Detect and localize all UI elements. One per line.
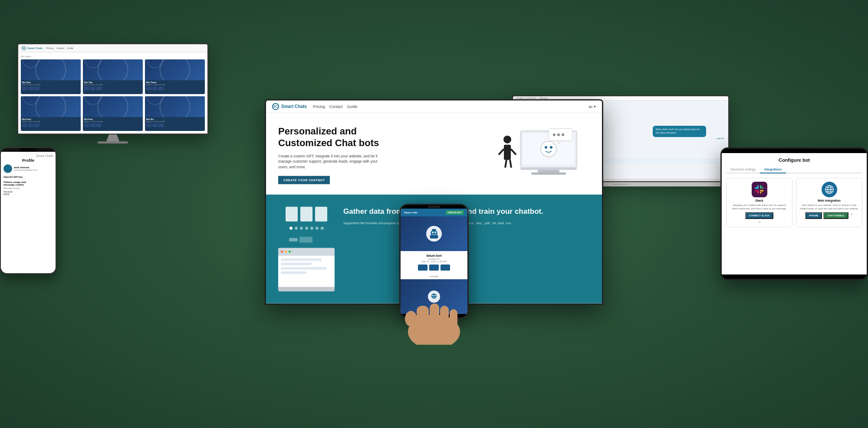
bot-5-btn-3[interactable]: [96, 124, 102, 127]
bot-card-3-info: Bot Three August 2, 2024 6:11 PM: [145, 80, 205, 91]
bottom-illustration: [278, 206, 335, 291]
svg-rect-17: [538, 170, 559, 172]
tab-document-settings[interactable]: Document settings: [726, 166, 760, 173]
svg-rect-18: [531, 172, 566, 174]
nav-guide[interactable]: Guide: [347, 104, 357, 108]
phone-center: blaze code CREATE BOT bla: [399, 204, 469, 319]
imac-stand: [106, 134, 119, 141]
web-integration-buttons: IFRAME CHAT BUBBLE ⚙: [805, 212, 853, 219]
bot-card-2[interactable]: Bot Two July 21, 2024 12:56 PM: [83, 59, 143, 94]
create-chatbot-button[interactable]: CREATE YOUR CHATBOT: [278, 176, 330, 184]
hero-illustration: [494, 126, 590, 183]
smart-chats-label: Smart Chats: [3, 154, 53, 157]
phone-left-device: Smart Chats Profile amit sharma amitshar…: [0, 147, 56, 274]
web-settings-icon[interactable]: ⚙: [850, 212, 853, 219]
imac-logo: SC Smart Chats: [22, 46, 43, 50]
bot-1-btn-3[interactable]: [34, 87, 39, 90]
bot-action-2[interactable]: [429, 265, 439, 271]
bot-3-btn-2[interactable]: [152, 87, 158, 90]
bot-3-btn-1[interactable]: [146, 87, 151, 90]
web-integration-desc: Add chatbot to your website. Click on if…: [800, 204, 858, 210]
create-bot-button[interactable]: CREATE BOT: [446, 210, 464, 215]
bot-3-actions: [146, 87, 204, 90]
user-avatar: [3, 164, 12, 173]
slack-integration-card: Slack Integrate your chatbot with Slack,…: [726, 178, 792, 227]
connect-slack-button[interactable]: CONNECT SLACK: [745, 212, 774, 219]
bot-4-btn-1[interactable]: [22, 124, 27, 127]
tablet-top-bar: [722, 149, 867, 153]
svg-point-23: [434, 232, 436, 233]
nav-contact[interactable]: Contact: [329, 104, 342, 108]
carousel-dots: [289, 226, 324, 229]
bots-grid: Bot One July 21, 2024 11:26 PM Bot Two J…: [21, 59, 205, 131]
bot-2-actions: [84, 87, 141, 90]
bot-2-btn-1[interactable]: [84, 87, 89, 90]
bot-6-actions: [146, 124, 204, 127]
bot-5-btn-2[interactable]: [90, 124, 95, 127]
bot-1-btn-1[interactable]: [22, 87, 27, 90]
blaze-code-label: blaze code: [404, 211, 418, 214]
slack-icon: [752, 182, 767, 197]
bot-4-actions: [22, 124, 79, 127]
bot-card-5-image: [83, 96, 143, 117]
imac-contact[interactable]: Contact: [56, 47, 64, 49]
bot-2-btn-2[interactable]: [90, 87, 95, 90]
bot-card-4-info: Bot Four July 21, 2024 12:50 PM: [21, 117, 81, 128]
imac-pricing[interactable]: Pricing: [46, 47, 53, 49]
bot-6-date: August 2, 2024 6:29 PM: [146, 121, 204, 123]
imac-base: [98, 141, 128, 144]
bot-6-btn-3[interactable]: [158, 124, 164, 127]
doc-icon-3: [315, 206, 327, 221]
dot-2: [295, 226, 298, 229]
svg-rect-26: [430, 235, 438, 239]
monitor-hero: Personalized andCustomized Chat bots Cre…: [266, 113, 602, 194]
bot-5-btn-1[interactable]: [84, 124, 89, 127]
phone-top-bar: blaze code CREATE BOT: [401, 209, 467, 216]
hero-subtitle: Create a custom GPT, integrate it into y…: [278, 153, 382, 170]
bot-6-btn-2[interactable]: [152, 124, 158, 127]
bot-2-btn-3[interactable]: [96, 87, 102, 90]
bot-4-btn-2[interactable]: [28, 124, 33, 127]
imac-logo-icon: SC: [22, 46, 26, 50]
monitor-nav-links: Pricing Contact Guide: [313, 104, 358, 108]
bot-3-btn-3[interactable]: [158, 87, 164, 90]
bot-card-4[interactable]: Bot Four July 21, 2024 12:50 PM: [21, 96, 81, 131]
iframe-button[interactable]: IFRAME: [805, 212, 822, 219]
hero-title: Personalized andCustomized Chat bots: [278, 125, 494, 149]
bot-1-date: July 21, 2024 11:26 PM: [22, 84, 79, 86]
bot-4-btn-3[interactable]: [34, 124, 39, 127]
bot-card-6-image: [145, 96, 205, 117]
bot-card-5[interactable]: Bot Five August 1, 2024 5:00 PM: [83, 96, 143, 131]
bot-2-date: July 21, 2024 12:56 PM: [84, 84, 141, 86]
chat-bubble-button[interactable]: CHAT BUBBLE: [823, 212, 848, 219]
bot-1-btn-2[interactable]: [28, 87, 33, 90]
bot-card-3[interactable]: Bot Three August 2, 2024 6:11 PM: [145, 59, 205, 94]
monitor-user-menu[interactable]: ac ▾: [589, 104, 596, 108]
dot-3: [300, 226, 303, 229]
slack-desc: Integrate your chatbot with Slack, set i…: [730, 204, 789, 210]
bot-card-6[interactable]: Bot Six August 2, 2024 6:29 PM: [145, 96, 205, 131]
bot-action-1[interactable]: [418, 265, 427, 271]
api-key-label: OpenAI API key: [3, 176, 53, 178]
imac-brand: Smart Chats: [27, 47, 43, 49]
bot-card-1-image: [21, 59, 81, 80]
integrations-grid: Slack Integrate your chatbot with Slack,…: [726, 178, 862, 227]
bot-action-3[interactable]: [441, 265, 450, 271]
svg-rect-11: [504, 144, 511, 160]
imac-guide[interactable]: Guide: [67, 47, 73, 49]
bot-card-6-info: Bot Six August 2, 2024 6:29 PM: [145, 117, 205, 128]
tokens-label: Tokens usage andmessage credits: [3, 181, 53, 186]
bot-card-1[interactable]: Bot One July 21, 2024 11:26 PM: [21, 59, 81, 94]
imac-screen: SC Smart Chats Pricing Contact Guide Bot…: [17, 43, 208, 134]
bot-created-date: July 23, 2024 11:36 PM: [403, 260, 465, 263]
tab-integrations[interactable]: Integrations: [760, 166, 786, 173]
bot-6-btn-1[interactable]: [146, 124, 151, 127]
svg-line-14: [505, 160, 506, 167]
logo-icon: SC: [272, 103, 279, 110]
nav-pricing[interactable]: Pricing: [313, 104, 325, 108]
dot-4: [305, 226, 308, 229]
sample-label: sample: [401, 273, 467, 279]
slack-settings-icon[interactable]: ⚙: [759, 221, 760, 223]
bot-name: blaze-bot: [403, 254, 465, 258]
doc-icon-1: [286, 206, 298, 221]
